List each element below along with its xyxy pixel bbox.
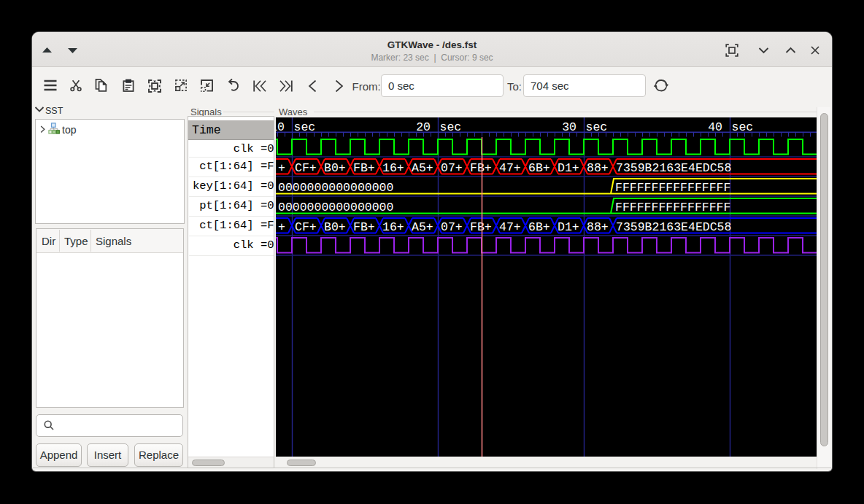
- svg-text:FFFFFFFFFFFFFFFF: FFFFFFFFFFFFFFFF: [615, 181, 730, 195]
- svg-text:0000000000000000: 0000000000000000: [278, 201, 393, 214]
- svg-text:B0+: B0+: [324, 220, 346, 234]
- svg-text:88+: 88+: [587, 161, 609, 175]
- svg-text:88+: 88+: [587, 220, 609, 234]
- svg-text:07+: 07+: [441, 161, 463, 175]
- svg-text:47+: 47+: [499, 220, 521, 234]
- svg-text:6B+: 6B+: [528, 161, 550, 175]
- svg-text:7359B2163E4EDC58: 7359B2163E4EDC58: [616, 161, 731, 175]
- svg-text:+: +: [278, 161, 285, 175]
- svg-text:7359B2163E4EDC58: 7359B2163E4EDC58: [616, 220, 731, 234]
- svg-text:20: 20: [416, 120, 431, 134]
- svg-text:sec: sec: [586, 120, 608, 134]
- svg-text:16+: 16+: [382, 161, 404, 175]
- svg-text:B0+: B0+: [324, 161, 346, 175]
- svg-text:07+: 07+: [441, 220, 463, 234]
- svg-text:CF+: CF+: [295, 220, 317, 234]
- svg-text:FB+: FB+: [470, 161, 492, 175]
- svg-text:sec: sec: [440, 120, 462, 134]
- svg-text:+: +: [278, 220, 285, 234]
- svg-text:FB+: FB+: [353, 161, 375, 175]
- svg-text:47+: 47+: [499, 161, 521, 175]
- svg-text:sec: sec: [294, 120, 316, 134]
- svg-text:A5+: A5+: [412, 161, 433, 175]
- svg-text:30: 30: [562, 120, 576, 134]
- svg-text:FB+: FB+: [470, 220, 492, 234]
- svg-text:16+: 16+: [382, 220, 404, 234]
- svg-text:CF+: CF+: [295, 161, 317, 175]
- svg-text:FB+: FB+: [353, 220, 375, 234]
- svg-text:0000000000000000: 0000000000000000: [278, 181, 393, 195]
- svg-text:A5+: A5+: [412, 220, 433, 234]
- svg-text:sec: sec: [732, 120, 754, 134]
- svg-text:6B+: 6B+: [528, 220, 550, 234]
- svg-text:40: 40: [708, 120, 722, 134]
- svg-text:10: 10: [276, 120, 285, 134]
- svg-text:D1+: D1+: [558, 220, 579, 234]
- svg-text:D1+: D1+: [558, 161, 579, 175]
- svg-text:FFFFFFFFFFFFFFFF: FFFFFFFFFFFFFFFF: [615, 201, 730, 214]
